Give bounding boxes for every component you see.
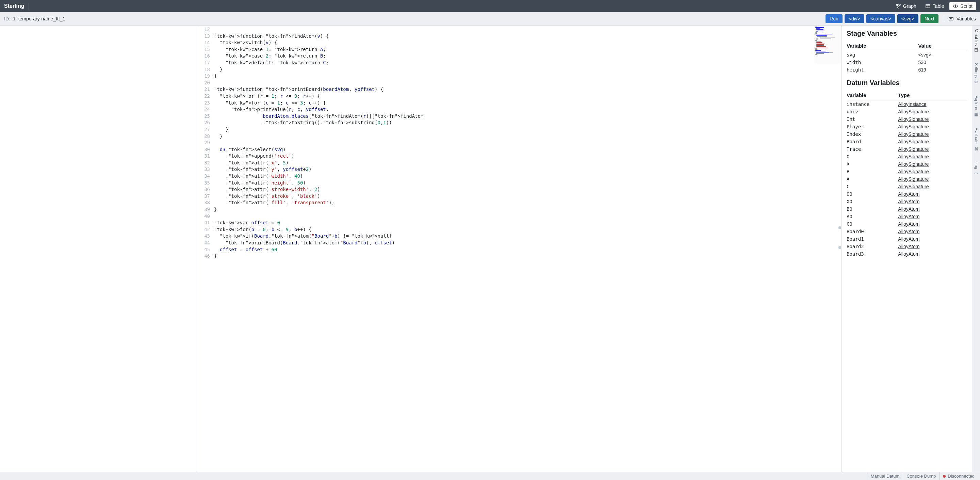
minimap[interactable] (814, 26, 841, 64)
code-line[interactable]: "tok-fn">printBoard(Board."tok-fn">atom(… (214, 240, 842, 246)
var-type[interactable]: AlloyAtom (898, 250, 967, 258)
next-button[interactable]: Next (920, 14, 939, 23)
var-type[interactable]: AlloySignature (898, 160, 967, 168)
code-line[interactable]: } (214, 253, 842, 260)
code-line[interactable]: } (214, 73, 842, 80)
code-line[interactable]: "tok-kw">for (r = 1; r <= 3; r++) { (214, 93, 842, 100)
var-type[interactable]: AlloySignature (898, 108, 967, 115)
rail-variables[interactable]: Variables ▤ (974, 27, 978, 53)
code-line[interactable]: } (214, 126, 842, 133)
datum-name: temporary-name_ttt_1 (18, 16, 65, 21)
var-type[interactable]: AlloyInstance (898, 100, 967, 108)
code-line[interactable]: "tok-kw">if(Board."tok-fn">atom("Board"+… (214, 233, 842, 240)
var-type[interactable]: AlloySignature (898, 153, 967, 160)
graph-icon (896, 3, 901, 9)
table-icon (925, 3, 931, 9)
div-stage-button[interactable]: <div> (845, 14, 864, 23)
code-line[interactable]: "tok-kw">for (c = 1; c <= 3; c++) { (214, 100, 842, 107)
code-line[interactable]: ."tok-fn">toString()."tok-fn">substring(… (214, 120, 842, 126)
code-line[interactable]: ."tok-fn">attr('width', 40) (214, 173, 842, 180)
code-line[interactable]: d3."tok-fn">select(svg) (214, 147, 842, 153)
var-value[interactable]: <svg> (918, 51, 967, 59)
col-variable-2: Variable (846, 90, 898, 100)
editor-scrollbar-2[interactable] (838, 246, 842, 250)
code-line[interactable]: boardAtom.places["tok-fn">findAtom(r)]["… (214, 113, 842, 120)
var-type[interactable]: AlloyAtom (898, 220, 967, 228)
graph-tab[interactable]: Graph (892, 2, 920, 10)
var-type[interactable]: AlloyAtom (898, 243, 967, 250)
var-type[interactable]: AlloyAtom (898, 198, 967, 205)
code-line[interactable]: "tok-kw">for(b = 0; b <= 9; b++) { (214, 226, 842, 233)
code-line[interactable]: "tok-kw">default: "tok-kw">return C; (214, 60, 842, 66)
code-line[interactable]: "tok-kw">case 1: "tok-kw">return A; (214, 46, 842, 53)
svg-stage-button[interactable]: <svg> (897, 14, 918, 23)
stage-var-row: width530 (846, 59, 967, 66)
code-content[interactable]: "tok-kw">function "tok-fn">findAtom(v) {… (213, 26, 842, 472)
datum-var-row: TraceAlloySignature (846, 145, 967, 153)
var-type[interactable]: AlloyAtom (898, 190, 967, 198)
line-number: 33 (196, 166, 210, 173)
datum-var-row: B0AlloyAtom (846, 205, 967, 213)
code-line[interactable] (214, 26, 842, 33)
connection-status[interactable]: Disconnected (939, 472, 978, 480)
var-type[interactable]: AlloySignature (898, 123, 967, 131)
line-number: 23 (196, 100, 210, 107)
code-line[interactable] (214, 213, 842, 220)
var-type[interactable]: AlloySignature (898, 115, 967, 123)
code-line[interactable] (214, 140, 842, 147)
code-line[interactable]: ."tok-fn">attr('x', 5) (214, 159, 842, 166)
code-line[interactable]: } (214, 133, 842, 140)
var-type[interactable]: AlloySignature (898, 175, 967, 183)
var-name: O0 (846, 190, 898, 198)
rail-log[interactable]: Log ▭ (974, 161, 978, 177)
line-number: 26 (196, 120, 210, 126)
canvas-stage-button[interactable]: <canvas> (866, 14, 895, 23)
manual-datum-button[interactable]: Manual Datum (867, 472, 903, 480)
table-tab[interactable]: Table (922, 2, 947, 10)
rail-evaluator[interactable]: Evaluator ⌘ (974, 126, 978, 153)
code-line[interactable]: ."tok-fn">attr('stroke', 'black') (214, 193, 842, 200)
code-line[interactable]: "tok-kw">var offset = 0 (214, 220, 842, 226)
var-type[interactable]: AlloySignature (898, 138, 967, 145)
code-line[interactable]: } (214, 66, 842, 73)
editor-scrollbar[interactable] (838, 226, 842, 230)
variables-panel: Stage Variables Variable Value svg<svg>w… (842, 26, 972, 472)
code-line[interactable]: ."tok-fn">attr('fill', 'transparent'); (214, 199, 842, 206)
code-line[interactable]: "tok-kw">switch(v) { (214, 40, 842, 46)
code-line[interactable]: ."tok-fn">attr('y', yoffset+2) (214, 166, 842, 173)
code-line[interactable]: "tok-fn">printValue(r, c, yoffset, (214, 106, 842, 113)
variables-toggle[interactable]: Variables (944, 16, 976, 21)
code-line[interactable]: ."tok-fn">append('rect') (214, 153, 842, 159)
code-line[interactable]: "tok-kw">function "tok-fn">printBoard(bo… (214, 86, 842, 93)
datum-id-label: ID: (4, 16, 10, 21)
rail-settings[interactable]: Settings ⚙ (974, 62, 978, 85)
rail-explorer[interactable]: Explorer ▦ (974, 94, 978, 118)
code-line[interactable]: "tok-kw">function "tok-fn">findAtom(v) { (214, 33, 842, 40)
code-line[interactable]: ."tok-fn">attr('stroke-width', 2) (214, 186, 842, 193)
code-line[interactable]: ."tok-fn">attr('height', 50) (214, 180, 842, 187)
line-number: 35 (196, 180, 210, 187)
var-name: width (846, 59, 918, 66)
var-type[interactable]: AlloyAtom (898, 235, 967, 243)
var-type[interactable]: AlloySignature (898, 168, 967, 175)
datum-id-value: 1 (13, 16, 16, 21)
var-name: X (846, 160, 898, 168)
run-button[interactable]: Run (826, 14, 843, 23)
script-tab[interactable]: Script (950, 2, 976, 10)
var-type[interactable]: AlloySignature (898, 131, 967, 138)
var-type[interactable]: AlloyAtom (898, 205, 967, 213)
var-type[interactable]: AlloyAtom (898, 213, 967, 220)
code-line[interactable] (214, 80, 842, 86)
code-line[interactable]: "tok-kw">case 2: "tok-kw">return B; (214, 53, 842, 60)
script-icon (953, 3, 958, 9)
code-editor[interactable]: 1213141516171819202122232425262728293031… (196, 26, 842, 472)
evaluator-icon: ⌘ (974, 147, 978, 151)
var-type[interactable]: AlloySignature (898, 183, 967, 190)
line-number: 22 (196, 93, 210, 100)
code-line[interactable]: offset = offset + 60 (214, 246, 842, 253)
app-brand: Sterling (4, 3, 24, 9)
var-type[interactable]: AlloyAtom (898, 228, 967, 235)
var-type[interactable]: AlloySignature (898, 145, 967, 153)
console-dump-button[interactable]: Console Dump (903, 472, 939, 480)
code-line[interactable]: } (214, 206, 842, 213)
